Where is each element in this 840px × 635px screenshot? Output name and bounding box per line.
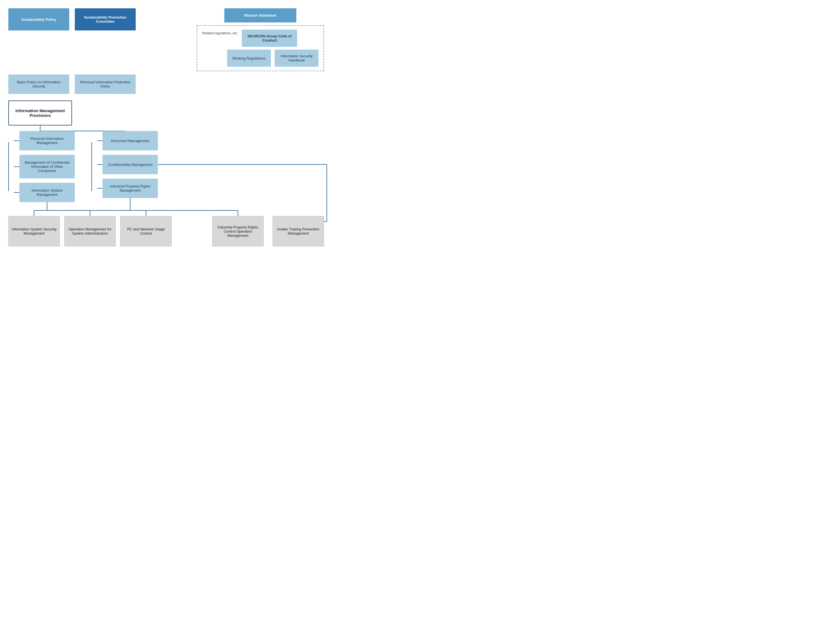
- pc-network-box: PC and Network Usage Control: [120, 216, 172, 246]
- h-connector-1: [14, 141, 19, 141]
- h-connector-3: [14, 192, 19, 193]
- info-system-security-box: Information System Security Management: [8, 216, 60, 246]
- h-connector-5: [97, 164, 103, 165]
- info-management-provisions-box: Information Management Provisions: [8, 101, 72, 125]
- h-connector-2: [14, 166, 19, 167]
- confidentiality-management-box: Confidentiality Management: [103, 155, 158, 174]
- confidential-mgmt-box: Management of Confidential Information o…: [19, 155, 75, 178]
- document-management-box: Document Management: [103, 131, 158, 150]
- operation-mgmt-admin-box: Operation Management for System Administ…: [64, 216, 116, 246]
- left-vline: [8, 142, 9, 191]
- personal-info-management-box: Personal Information Management: [19, 131, 75, 150]
- industrial-property-control-box: Industrial Property Rights Control Opera…: [212, 216, 264, 246]
- info-security-handbook-box: Information Security Handbook: [275, 50, 319, 67]
- spacer: [176, 216, 208, 246]
- info-system-management-box: Information System Management: [19, 183, 75, 202]
- industrial-property-rights-mgmt-box: Industrial Property Rights Management: [103, 178, 158, 198]
- working-regulations-box: Working Regulations: [227, 50, 271, 67]
- mission-statement-box: Mission Statement: [224, 8, 296, 22]
- sustainability-committee-box: Sustainability Promotion Committee: [75, 8, 136, 30]
- right-vline: [92, 142, 92, 191]
- org-chart: Sustainability Policy Sustainability Pro…: [8, 8, 324, 246]
- h-connector-4: [97, 141, 103, 141]
- related-regulations-box: Related regulations, etc. NICHICON Group…: [197, 25, 324, 71]
- sustainability-policy-box: Sustainability Policy: [8, 8, 69, 30]
- insider-trading-box: Insider Trading Prevention Management: [273, 216, 324, 246]
- nichicon-code-box: NICHICON Group Code of Conduct: [242, 30, 297, 47]
- h-connector-6: [97, 188, 103, 189]
- personal-info-protection-box: Personal Information Protection Policy: [75, 74, 136, 94]
- basic-policy-box: Basic Policy on Information Security: [8, 74, 69, 94]
